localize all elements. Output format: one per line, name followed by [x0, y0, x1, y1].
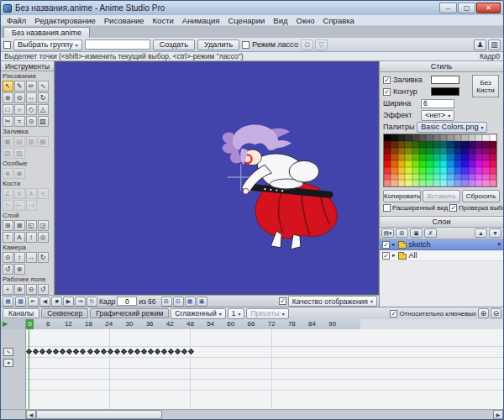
tool-icon[interactable]: ◲ — [38, 220, 49, 231]
palette-swatch[interactable] — [384, 167, 391, 174]
palette-swatch[interactable] — [440, 141, 447, 148]
keyframe-diamond[interactable] — [33, 349, 39, 354]
palette-swatch[interactable] — [391, 180, 397, 186]
palette-swatch[interactable] — [426, 160, 433, 167]
tool-icon[interactable]: ⊖ — [14, 92, 25, 103]
palette-swatch[interactable] — [412, 167, 419, 174]
palette-swatch[interactable] — [433, 154, 440, 160]
palette-swatch[interactable] — [433, 141, 440, 148]
menu-item-4[interactable]: Анимация — [178, 16, 224, 25]
menu-item-2[interactable]: Рисование — [100, 16, 149, 25]
timeline-tab-0[interactable]: Каналы — [3, 308, 39, 318]
check-selection-checkbox[interactable]: ✓ — [449, 204, 457, 212]
view-option-button-1[interactable]: ⊟ — [173, 297, 184, 307]
palette-swatch[interactable] — [412, 134, 419, 141]
tool-icon[interactable]: A — [14, 232, 25, 243]
keyframe-diamond[interactable] — [121, 349, 127, 354]
layer-up-button[interactable]: ▲ — [475, 228, 487, 238]
palette-swatch[interactable] — [419, 180, 426, 186]
palette-swatch[interactable] — [384, 154, 391, 160]
palette-swatch[interactable] — [398, 148, 405, 155]
palette-swatch[interactable] — [440, 174, 447, 181]
tool-icon[interactable]: ⊙ — [3, 252, 13, 263]
tool-icon[interactable]: ∿ — [38, 81, 49, 92]
palette-swatch[interactable] — [475, 160, 482, 167]
menu-item-3[interactable]: Кости — [149, 16, 178, 25]
tool-icon[interactable]: ↺ — [3, 264, 13, 275]
tool-icon[interactable]: ↕ — [14, 252, 25, 263]
palette-swatch[interactable] — [433, 167, 440, 174]
outline-color-swatch[interactable] — [431, 87, 459, 96]
palette-swatch[interactable] — [490, 154, 496, 160]
close-button[interactable]: ✕ — [476, 3, 501, 13]
palette-swatch[interactable] — [475, 174, 482, 181]
palette-swatch[interactable] — [454, 141, 461, 148]
menu-item-8[interactable]: Справка — [319, 16, 359, 25]
paste-style-button[interactable]: Вставить — [423, 190, 460, 202]
lasso-extra-icon-0[interactable]: ⊙ — [301, 39, 313, 50]
palette-swatch[interactable] — [454, 167, 461, 174]
palette-swatch[interactable] — [447, 160, 454, 167]
lasso-extra-icon-1[interactable]: ▽ — [315, 39, 328, 50]
delete-layer-button[interactable]: ✗ — [424, 228, 437, 238]
scrollbar-thumb[interactable] — [36, 410, 162, 419]
palette-swatch[interactable] — [412, 160, 419, 167]
tool-icon[interactable]: ◇ — [26, 104, 37, 115]
palette-swatch[interactable] — [391, 154, 397, 160]
palette-swatch[interactable] — [398, 174, 405, 181]
palette-swatch[interactable] — [447, 180, 454, 186]
scrollbar-track[interactable] — [162, 410, 493, 419]
playhead[interactable]: 0 — [26, 319, 34, 329]
keyframe-diamond[interactable] — [66, 349, 72, 354]
palette-swatch[interactable] — [405, 148, 412, 155]
palette-swatch[interactable] — [469, 167, 475, 174]
palette-swatch[interactable] — [475, 180, 482, 186]
palette-swatch[interactable] — [419, 160, 426, 167]
keyframe-diamond[interactable] — [87, 349, 92, 354]
tool-icon[interactable]: ○ — [14, 104, 25, 115]
palette-swatch[interactable] — [490, 134, 496, 141]
palette-swatch[interactable] — [490, 141, 496, 148]
palette-swatch[interactable] — [398, 167, 405, 174]
palette-swatch[interactable] — [412, 154, 419, 160]
tool-icon[interactable]: ◎ — [38, 232, 49, 243]
tool-icon[interactable]: ↖ — [3, 81, 13, 92]
palette-swatch[interactable] — [433, 174, 440, 181]
palette-swatch[interactable] — [398, 134, 405, 141]
palette-swatch[interactable] — [447, 154, 454, 160]
palette-swatch[interactable] — [440, 180, 447, 186]
first-frame-button[interactable]: ⇤ — [28, 297, 39, 307]
palette-swatch[interactable] — [398, 154, 405, 160]
palette-swatch[interactable] — [454, 154, 461, 160]
select-group-dropdown[interactable]: Выбрать группу ▾ — [13, 39, 82, 50]
palette-swatch[interactable] — [447, 174, 454, 181]
curve-track-icon[interactable]: ∿ — [3, 348, 13, 356]
palette-swatch[interactable] — [454, 174, 461, 181]
palette-swatch[interactable] — [482, 148, 489, 155]
palette-swatch[interactable] — [433, 148, 440, 155]
palette-swatch[interactable] — [405, 160, 412, 167]
fill-color-swatch[interactable] — [431, 76, 459, 84]
tool-icon[interactable]: ✂ — [3, 116, 13, 127]
palette-swatch[interactable] — [475, 134, 482, 141]
palette-swatch[interactable] — [482, 174, 489, 181]
palette-swatch[interactable] — [433, 160, 440, 167]
palette-swatch[interactable] — [426, 174, 433, 181]
tool-icon[interactable]: T — [3, 232, 13, 243]
view-option-button-3[interactable]: ▣ — [197, 297, 207, 307]
new-layer-button[interactable]: ⊞ — [396, 228, 408, 238]
tool-icon[interactable]: ↻ — [38, 92, 49, 103]
menu-item-7[interactable]: Окно — [292, 16, 319, 25]
palette-swatch[interactable] — [426, 154, 433, 160]
tool-icon[interactable]: ⊕ — [14, 264, 25, 275]
create-button[interactable]: Создать — [153, 39, 195, 50]
layer-row-sketch[interactable]: ✓▸sketch▾ — [380, 239, 503, 250]
tool-icon[interactable]: ⊠ — [14, 220, 25, 231]
layer-visibility-checkbox[interactable]: ✓ — [382, 252, 390, 260]
tool-icon[interactable]: ⊖ — [26, 284, 37, 295]
layer-menu-button[interactable]: ▤▾ — [381, 228, 394, 238]
canvas[interactable] — [55, 61, 379, 295]
palette-swatch[interactable] — [405, 174, 412, 181]
tool-icon[interactable]: □ — [3, 104, 13, 115]
keyframe-diamond[interactable] — [188, 349, 194, 354]
